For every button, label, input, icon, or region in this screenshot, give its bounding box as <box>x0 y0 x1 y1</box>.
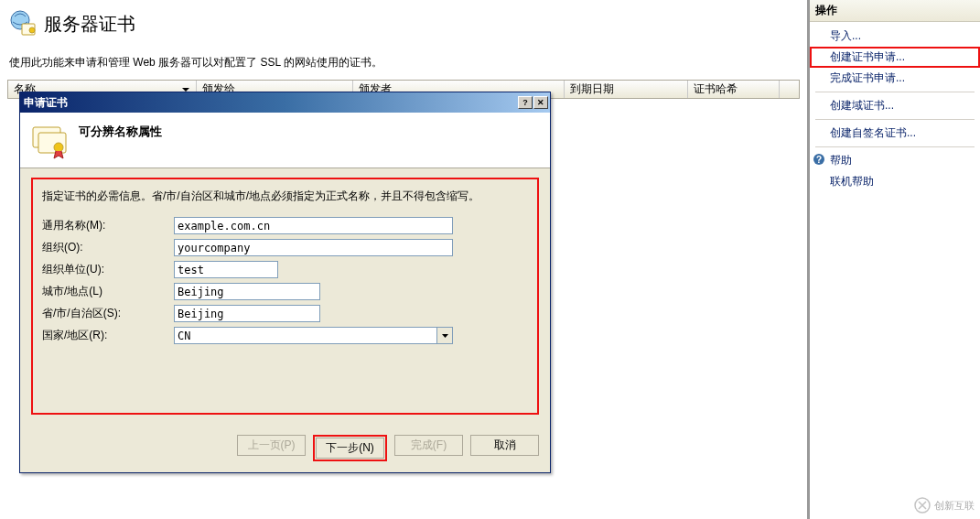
dropdown-arrow-icon[interactable] <box>437 327 453 344</box>
dialog-title: 申请证书 <box>24 95 68 111</box>
cancel-button[interactable]: 取消 <box>470 435 539 456</box>
dialog-header-area: 可分辨名称属性 <box>20 113 550 168</box>
form-section: 指定证书的必需信息。省/市/自治区和城市/地点必须指定为正式名称，并且不得包含缩… <box>31 178 539 415</box>
separator <box>815 119 975 120</box>
input-organization[interactable] <box>174 239 453 256</box>
action-create-request[interactable]: 创建证书申请... <box>810 47 980 68</box>
action-online-help[interactable]: 联机帮助 <box>810 171 980 192</box>
titlebar-buttons: ? ✕ <box>518 96 548 109</box>
select-country-value[interactable] <box>174 327 437 344</box>
dialog-titlebar[interactable]: 申请证书 ? ✕ <box>20 92 550 113</box>
label-organization: 组织(O): <box>42 240 174 255</box>
action-label: 帮助 <box>830 154 852 167</box>
separator <box>815 146 975 147</box>
prev-button: 上一页(P) <box>237 435 306 456</box>
page-title: 服务器证书 <box>44 12 135 37</box>
label-common-name: 通用名称(M): <box>42 218 174 233</box>
label-country: 国家/地区(R): <box>42 328 174 343</box>
actions-list: 导入... 创建证书申请... 完成证书申请... 创建域证书... 创建自签名… <box>810 22 980 196</box>
certificate-stack-icon <box>31 122 70 160</box>
close-button[interactable]: ✕ <box>533 96 548 109</box>
action-create-selfsigned[interactable]: 创建自签名证书... <box>810 123 980 144</box>
main-content-area: 服务器证书 使用此功能来申请和管理 Web 服务器可以对配置了 SSL 的网站使… <box>0 0 807 519</box>
finish-button: 完成(F) <box>394 435 463 456</box>
action-help[interactable]: ? 帮助 <box>810 150 980 171</box>
actions-pane: 操作 导入... 创建证书申请... 完成证书申请... 创建域证书... 创建… <box>807 0 980 519</box>
actions-pane-title: 操作 <box>810 0 980 22</box>
svg-text:?: ? <box>816 155 822 165</box>
action-create-domain[interactable]: 创建域证书... <box>810 95 980 116</box>
watermark: 创新互联 <box>914 497 975 514</box>
help-button[interactable]: ? <box>518 96 533 109</box>
svg-point-2 <box>29 27 35 33</box>
page-description: 使用此功能来申请和管理 Web 服务器可以对配置了 SSL 的网站使用的证书。 <box>0 55 807 80</box>
watermark-icon <box>914 497 931 514</box>
column-label: 到期日期 <box>570 81 614 97</box>
action-import[interactable]: 导入... <box>810 26 980 47</box>
column-label: 证书哈希 <box>694 81 738 97</box>
svg-point-5 <box>54 143 63 152</box>
form-instruction: 指定证书的必需信息。省/市/自治区和城市/地点必须指定为正式名称，并且不得包含缩… <box>42 189 528 204</box>
page-header: 服务器证书 <box>0 0 807 55</box>
label-org-unit: 组织单位(U): <box>42 262 174 277</box>
help-icon: ? <box>813 153 825 166</box>
select-country[interactable] <box>174 327 453 344</box>
separator <box>815 92 975 92</box>
request-certificate-dialog: 申请证书 ? ✕ 可分辨名称属性 指定证书的必需信息。省/市/自治区和城市/地点… <box>19 92 551 473</box>
input-common-name[interactable] <box>174 217 453 234</box>
next-button[interactable]: 下一步(N) <box>316 438 384 459</box>
column-header-expires[interactable]: 到期日期 <box>565 81 688 98</box>
input-org-unit[interactable] <box>174 261 278 278</box>
next-button-highlight: 下一步(N) <box>313 435 387 461</box>
dialog-button-row: 上一页(P) 下一步(N) 完成(F) 取消 <box>20 415 550 472</box>
column-header-hash[interactable]: 证书哈希 <box>688 81 780 98</box>
label-state: 省/市/自治区(S): <box>42 306 174 321</box>
input-state[interactable] <box>174 305 320 322</box>
dialog-subtitle: 可分辨名称属性 <box>79 122 162 160</box>
action-complete-request[interactable]: 完成证书申请... <box>810 68 980 89</box>
input-city[interactable] <box>174 283 320 300</box>
label-city: 城市/地点(L) <box>42 284 174 299</box>
server-certificate-icon <box>7 9 37 38</box>
